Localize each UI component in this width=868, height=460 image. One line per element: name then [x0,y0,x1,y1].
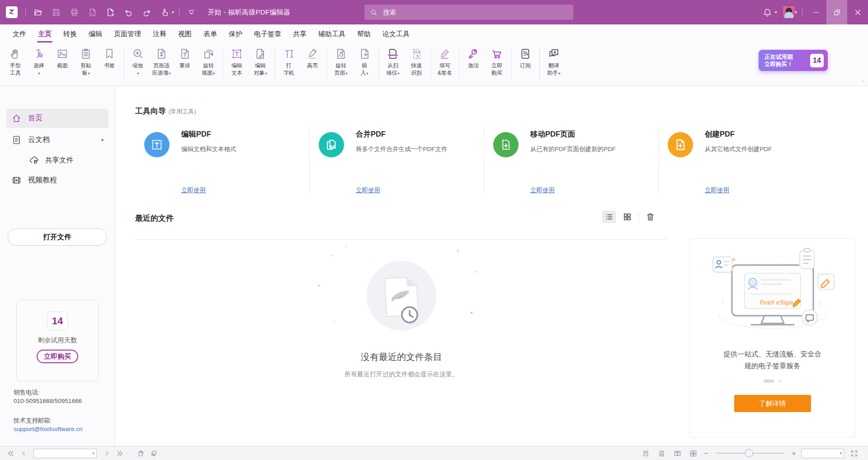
open-folder-icon[interactable] [33,7,43,18]
tool-button[interactable]: 立即购买 [485,47,509,77]
tool-button[interactable]: 翻译助手▾ [542,47,566,78]
page-number-input[interactable] [34,450,92,456]
buy-now-button[interactable]: 立即购买 [37,350,78,363]
zoom-slider[interactable] [716,453,784,454]
zoom-slider-thumb[interactable] [745,449,753,457]
grid-view-button[interactable] [620,211,634,223]
menu-item[interactable]: 论文工具 [377,24,415,43]
scroll-up-icon[interactable] [860,79,866,84]
close-button[interactable] [847,0,868,24]
chevron-down-icon[interactable]: ▾ [840,451,842,455]
sidebar-item[interactable]: 首页 [6,109,108,128]
tool-button[interactable]: 激活 [462,47,485,70]
restore-button[interactable] [826,0,847,24]
minimize-button[interactable] [806,0,826,24]
learn-more-button[interactable]: 了解详情 [734,395,811,412]
menu-item[interactable]: 表单 [198,24,223,43]
tool-button[interactable]: OCR快速识别 [405,47,428,77]
previous-view-button[interactable] [135,448,146,459]
tool-button[interactable]: 填写&签名 [433,47,457,77]
tools-section-subtitle: (常用工具) [169,108,196,115]
menu-item[interactable]: 帮助 [351,24,377,43]
menu-item[interactable]: 电子签章 [248,24,287,43]
chevron-down-icon[interactable]: ▾ [101,138,104,142]
tool-button[interactable]: 旋转页面▾ [329,47,353,78]
support-email[interactable]: support@foxitsoftware.cn [14,425,108,433]
tool-button[interactable]: 插入▾ [353,47,376,78]
open-file-button[interactable]: 打开文件 [8,228,107,246]
chevron-down-icon[interactable]: ▾ [775,10,777,14]
sidebar-item[interactable]: 视频教程 [6,171,108,190]
fullscreen-button[interactable] [848,448,860,459]
tool-button[interactable]: 页面适应选项▾ [150,47,173,78]
page-number-box[interactable]: ▾ [33,449,97,458]
tool-button[interactable]: 编辑文本 [225,47,249,77]
tool-button[interactable]: 订阅 [514,47,537,70]
bell-icon[interactable] [762,7,773,18]
chevron-down-icon[interactable]: ▾ [795,10,797,14]
trial-banner[interactable]: 正在试用期 立即购买！ 14 [759,50,828,71]
first-page-button[interactable] [5,448,16,459]
promo-text-line2: 规的电子签章服务 [690,360,855,372]
previous-page-button[interactable] [18,448,29,459]
tool-button[interactable]: 剪贴板▾ [74,47,98,78]
sidebar-item[interactable]: 云文档▾ [6,130,108,150]
tool-button[interactable]: 高亮 [301,47,324,70]
save-icon[interactable] [51,7,61,18]
hand-pointer-icon[interactable] [159,7,170,18]
support-label: 技术支持邮箱: [14,416,108,425]
tool-button[interactable]: 选择▾ [27,47,51,78]
tool-button[interactable]: 从扫描仪▾ [381,47,405,78]
next-page-button[interactable] [101,448,113,459]
menu-item[interactable]: 页面管理 [108,24,147,43]
trash-button[interactable] [643,211,657,223]
use-now-link[interactable]: 立即使用 [181,186,206,194]
menu-item[interactable]: 辅助工具 [312,24,351,43]
chevron-down-icon[interactable]: ▾ [92,451,94,455]
facing-view-button[interactable] [671,448,683,459]
last-page-button[interactable] [114,448,126,459]
menu-item[interactable]: 视图 [172,24,198,43]
tool-button[interactable]: 缩放▾ [126,47,150,78]
undo-icon[interactable] [123,7,134,18]
chevron-down-icon[interactable]: ▾ [172,10,174,14]
menu-item[interactable]: 文件 [7,24,32,43]
tool-button[interactable]: 打字机 [277,47,301,77]
tool-button[interactable]: 编辑对象▾ [249,47,272,78]
carousel-dot-active[interactable] [764,379,774,383]
empty-title: 没有最近的文件条目 [135,351,668,363]
redo-icon[interactable] [141,7,152,18]
print-icon[interactable] [69,7,80,18]
sidebar-item[interactable]: 共享文件 [24,152,108,168]
remove-page-icon[interactable] [87,7,98,18]
menu-item[interactable]: 编辑 [83,24,108,43]
list-view-button[interactable] [602,211,616,223]
tool-button[interactable]: 旋转视图▾ [197,47,220,78]
menu-item[interactable]: 保护 [223,24,248,43]
tool-button[interactable]: 书签 [98,47,121,70]
collapse-toolbar-icon[interactable] [186,7,197,18]
use-now-link[interactable]: 立即使用 [705,186,729,194]
tool-button-label: 翻译助手▾ [547,62,560,77]
menu-item[interactable]: 注释 [147,24,172,43]
carousel-dot[interactable] [778,379,782,383]
single-page-view-button[interactable] [640,448,651,459]
menu-item[interactable]: 转换 [57,24,83,43]
search-box[interactable] [364,5,573,20]
tool-button[interactable]: 手型工具 [4,47,27,77]
menu-item[interactable]: 共享 [287,24,312,43]
menu-item[interactable]: 主页 [32,24,57,43]
use-now-link[interactable]: 立即使用 [530,186,555,194]
zoom-out-button[interactable]: − [703,450,709,457]
zoom-in-button[interactable]: + [791,450,797,457]
continuous-view-button[interactable] [656,448,667,459]
next-view-button[interactable] [148,448,160,459]
use-now-link[interactable]: 立即使用 [356,186,380,194]
zoom-level-box[interactable]: ▾ [801,449,844,458]
avatar[interactable] [783,6,795,18]
search-input[interactable] [382,8,568,16]
facing-continuous-view-button[interactable] [687,448,699,459]
tool-button[interactable]: 重排 [173,47,197,70]
add-page-icon[interactable] [105,7,116,18]
tool-button[interactable]: 截图 [51,47,74,70]
